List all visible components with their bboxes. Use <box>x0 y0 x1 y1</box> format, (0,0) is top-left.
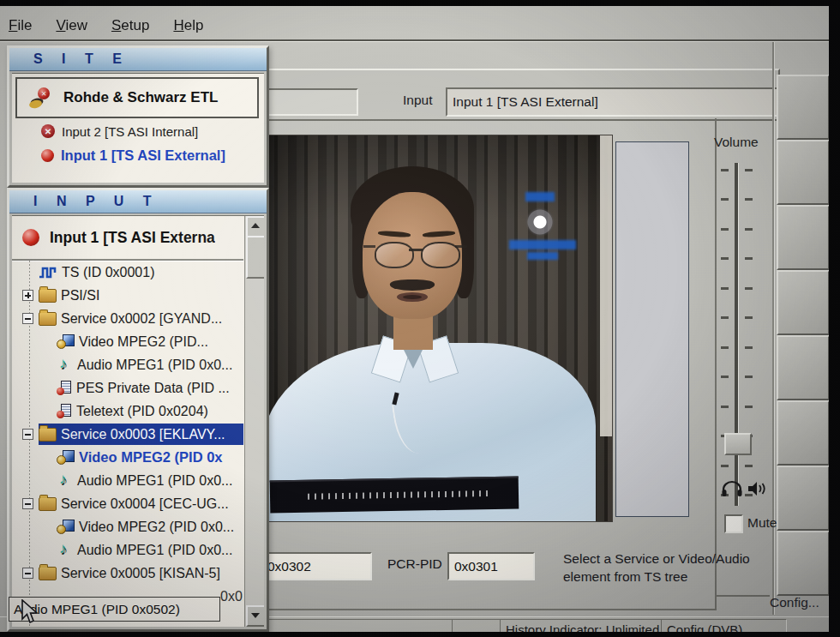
data-icon <box>57 381 72 395</box>
selection-hint: Select a Service or Video/Audio element … <box>563 550 777 586</box>
menu-file[interactable]: File <box>9 17 32 34</box>
presenter-mustache <box>390 279 435 291</box>
red-led-icon <box>22 229 39 246</box>
input-panel-body: Input 1 [TS ASI Externa TS (ID 0x0001) P… <box>12 215 264 627</box>
menu-bar: File View Setup Help <box>0 12 837 39</box>
tree-item-video[interactable]: Video MPEG2 (PID... <box>12 330 243 353</box>
softkey-button[interactable] <box>777 335 830 400</box>
video-preview <box>266 135 613 522</box>
video-icon <box>57 520 75 534</box>
collapse-icon[interactable] <box>22 429 33 440</box>
ts-signal-icon <box>39 266 57 279</box>
wall-edge <box>600 135 612 436</box>
menu-setup[interactable]: Setup <box>111 17 149 34</box>
mouse-cursor <box>21 599 39 628</box>
folder-icon <box>39 567 57 580</box>
pcr-pid-label: PCR-PID <box>387 556 442 572</box>
softkey-button[interactable] <box>777 531 830 596</box>
tree-item-audio[interactable]: Audio MPEG1 (PID 0x0... <box>12 538 243 562</box>
input-panel-header: I N P U T <box>9 190 267 213</box>
tree-item-ts[interactable]: TS (ID 0x0001) <box>12 261 243 284</box>
site-input-2[interactable]: Input 2 [TS ASI Internal] <box>17 120 261 142</box>
level-meter-panel <box>615 141 689 517</box>
softkey-button[interactable] <box>777 466 830 531</box>
tree-item-service-0003-selected[interactable]: Service 0x0003 [EKLAVY... <box>12 423 243 446</box>
headphones-icon <box>721 479 743 502</box>
input-selector-value: Input 1 [TS ASI External] <box>453 94 598 110</box>
tree-item-audio[interactable]: Audio MPEG1 (PID 0x0... <box>12 469 243 492</box>
channel-logo-eye <box>524 207 556 237</box>
site-input-1-label: Input 1 [TS ASI External] <box>61 147 225 164</box>
input-panel-title: I N P U T <box>33 194 159 209</box>
collapse-icon[interactable] <box>22 568 33 579</box>
softkey-button[interactable] <box>777 400 830 466</box>
glasses-lens <box>375 242 414 268</box>
site-panel: S I T E Rohde & Schwarz ETL Input 2 [TS … <box>7 45 269 188</box>
channel-logo-text <box>525 192 555 201</box>
input-selector-field[interactable]: Input 1 [TS ASI External] <box>446 87 783 117</box>
softkey-button[interactable] <box>777 140 830 205</box>
glasses-bridge <box>409 249 423 251</box>
audio-icon <box>57 358 73 372</box>
video-icon <box>57 334 75 349</box>
red-led-icon <box>41 149 54 162</box>
tree-item-service-0005[interactable]: Service 0x0005 [KISAN-5] <box>12 562 243 585</box>
tree-item-video-active[interactable]: Video MPEG2 (PID 0x <box>12 446 243 469</box>
glasses-temple <box>363 245 375 248</box>
tree-root-label: Input 1 [TS ASI Externa <box>50 229 215 247</box>
site-device-row[interactable]: Rohde & Schwarz ETL <box>15 77 259 118</box>
softkey-button[interactable] <box>777 75 830 140</box>
speaker-icon <box>747 480 768 501</box>
tree-item-tooltip: Audio MPEG1 (PID 0x0502) <box>9 597 220 622</box>
scrollbar-thumb[interactable] <box>246 236 264 279</box>
blank-field[interactable] <box>262 88 358 116</box>
tree-item-teletext[interactable]: Teletext (PID 0x0204) <box>12 400 243 423</box>
pcr-pid-field[interactable]: 0x0301 <box>447 552 535 580</box>
tree-root-item[interactable]: Input 1 [TS ASI Externa <box>12 216 243 261</box>
folder-icon <box>39 428 57 442</box>
desk-object-text <box>308 490 488 500</box>
menu-help[interactable]: Help <box>173 17 203 34</box>
application-screen: File View Setup Help Input Input 1 [TS A… <box>0 6 829 632</box>
photo-bezel <box>0 0 840 6</box>
tree-item-pes[interactable]: PES Private Data (PID ... <box>12 376 243 400</box>
channel-logo-text <box>509 240 576 249</box>
tree-item-service-0004[interactable]: Service 0x0004 [CEC-UG... <box>12 492 243 515</box>
menu-view[interactable]: View <box>56 17 87 34</box>
expand-icon[interactable] <box>22 290 33 301</box>
site-panel-title: S I T E <box>33 51 129 67</box>
video-picture <box>267 135 612 521</box>
softkey-button[interactable] <box>777 205 830 270</box>
volume-slider-handle[interactable] <box>724 433 752 455</box>
pcr-pid-value: 0x0301 <box>454 559 498 574</box>
ts-tree: TS (ID 0x0001) PSI/SI Service 0x0002 [GY… <box>12 261 243 627</box>
tree-item-audio[interactable]: Audio MPEG1 (PID 0x0... <box>12 353 243 376</box>
video-icon <box>57 450 75 465</box>
device-icon <box>29 87 51 108</box>
collapse-icon[interactable] <box>22 313 33 324</box>
glasses-temple <box>455 245 467 248</box>
data-icon <box>57 404 72 418</box>
elementary-pid-field[interactable]: 0x0302 <box>261 552 372 580</box>
config-softkey-label[interactable]: Config... <box>770 595 819 610</box>
tree-item-service-0002[interactable]: Service 0x0002 [GYAND... <box>12 307 243 330</box>
mute-checkbox[interactable] <box>724 514 743 533</box>
photographed-screen: File View Setup Help Input Input 1 [TS A… <box>0 0 840 637</box>
tree-item-video[interactable]: Video MPEG2 (PID 0x0... <box>12 515 243 538</box>
scroll-up-icon[interactable] <box>246 216 264 237</box>
input-field-label: Input <box>403 93 432 108</box>
audio-icon <box>57 543 73 557</box>
volume-label: Volume <box>714 135 759 150</box>
folder-icon <box>39 312 57 326</box>
folder-icon <box>39 497 57 511</box>
softkey-button[interactable] <box>777 270 830 335</box>
scroll-down-icon[interactable] <box>246 605 264 627</box>
site-input-1[interactable]: Input 1 [TS ASI External] <box>17 144 261 166</box>
collapse-icon[interactable] <box>22 498 33 509</box>
menu-divider <box>0 39 829 42</box>
tree-item-psisi[interactable]: PSI/SI <box>12 284 243 307</box>
audio-icon <box>57 473 73 488</box>
tree-scrollbar[interactable] <box>244 216 264 627</box>
photo-bezel <box>829 0 840 637</box>
channel-logo-text <box>527 252 558 260</box>
